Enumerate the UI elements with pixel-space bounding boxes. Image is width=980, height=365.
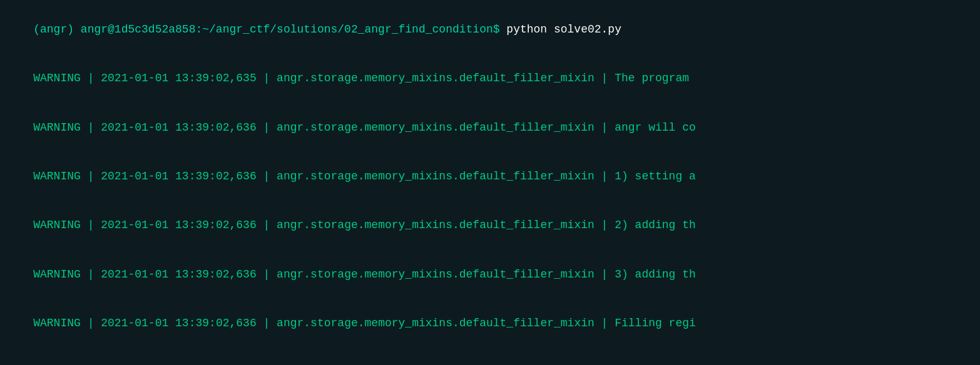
warn-msg-5: 3) adding th	[615, 268, 696, 281]
warn-msg-1: The program	[615, 72, 689, 84]
warn-module-4: angr.storage.memory_mixins.default_fille…	[277, 219, 595, 231]
warn-date-1: 2021-01-01 13:39:02,635	[101, 72, 256, 84]
warn-msg-2: angr will co	[615, 121, 696, 134]
terminal-line-warn1: WARNING | 2021-01-01 13:39:02,635 | angr…	[6, 54, 974, 102]
warn-module-1: angr.storage.memory_mixins.default_fille…	[277, 72, 595, 84]
warn-level-5: WARNING	[33, 268, 81, 281]
terminal-line-warn3: WARNING | 2021-01-01 13:39:02,636 | angr…	[6, 152, 974, 201]
warn-msg-3: 1) setting a	[615, 170, 696, 182]
warn-level-2: WARNING	[33, 121, 81, 134]
warn-date-6: 2021-01-01 13:39:02,636	[101, 317, 256, 329]
terminal-line-cmd1: (angr) angr@1d5c3d52a858:~/angr_ctf/solu…	[6, 5, 974, 54]
warn-module-2: angr.storage.memory_mixins.default_fille…	[277, 121, 595, 134]
terminal-line-warn4: WARNING | 2021-01-01 13:39:02,636 | angr…	[6, 201, 974, 249]
warn-msg-6: Filling regi	[615, 317, 696, 329]
warn-msg-4: 2) adding th	[615, 219, 696, 231]
terminal-line-warn5: WARNING | 2021-01-01 13:39:02,636 | angr…	[6, 249, 974, 298]
warn-module-6: angr.storage.memory_mixins.default_fille…	[277, 317, 595, 329]
terminal-window[interactable]: (angr) angr@1d5c3d52a858:~/angr_ctf/solu…	[0, 0, 980, 365]
warn-date-3: 2021-01-01 13:39:02,636	[101, 170, 256, 182]
terminal-line-warn7: WARNING | 2021-01-01 13:39:02,639 | angr…	[6, 348, 974, 365]
warn-level-3: WARNING	[33, 170, 81, 182]
warn-level-6: WARNING	[33, 317, 81, 329]
warn-level-4: WARNING	[33, 219, 81, 231]
warn-module-3: angr.storage.memory_mixins.default_fille…	[277, 170, 595, 182]
warn-date-2: 2021-01-01 13:39:02,636	[101, 121, 256, 134]
warn-level-1: WARNING	[33, 72, 81, 84]
prompt-1: (angr) angr@1d5c3d52a858:~/angr_ctf/solu…	[33, 23, 506, 36]
warn-date-4: 2021-01-01 13:39:02,636	[101, 219, 256, 231]
warn-date-5: 2021-01-01 13:39:02,636	[101, 268, 256, 281]
warn-module-5: angr.storage.memory_mixins.default_fille…	[277, 268, 595, 281]
terminal-line-warn6: WARNING | 2021-01-01 13:39:02,636 | angr…	[6, 299, 974, 348]
terminal-line-warn2: WARNING | 2021-01-01 13:39:02,636 | angr…	[6, 103, 974, 152]
command-1: python solve02.py	[506, 23, 621, 36]
